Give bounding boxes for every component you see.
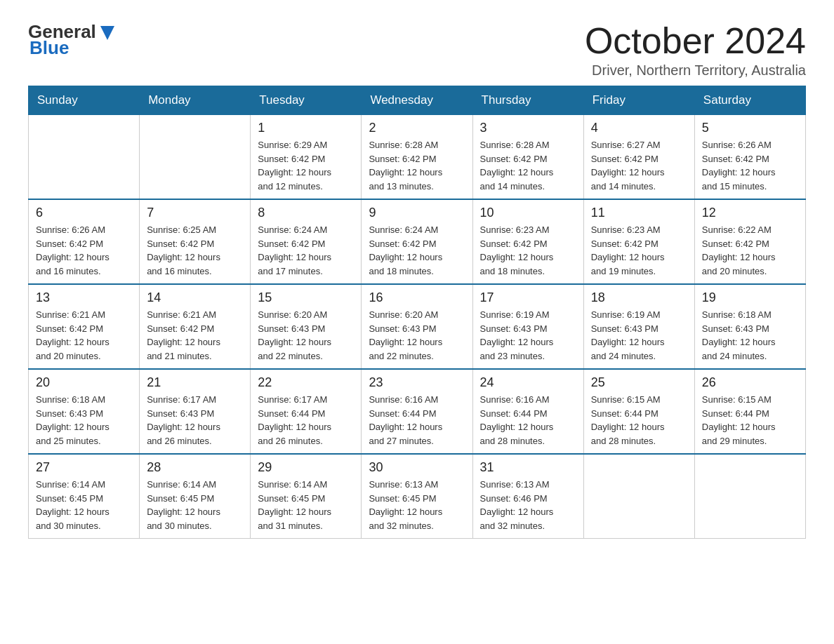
calendar-week-row: 1Sunrise: 6:29 AM Sunset: 6:42 PM Daylig… [29,115,806,200]
day-number: 17 [480,290,576,305]
day-info: Sunrise: 6:14 AM Sunset: 6:45 PM Dayligh… [258,478,354,532]
day-info: Sunrise: 6:17 AM Sunset: 6:44 PM Dayligh… [258,393,354,448]
day-number: 2 [369,121,465,135]
calendar-cell: 9Sunrise: 6:24 AM Sunset: 6:42 PM Daylig… [362,199,472,284]
calendar-cell: 11Sunrise: 6:23 AM Sunset: 6:42 PM Dayli… [583,199,694,284]
title-block: October 2024 Driver, Northern Territory,… [585,21,806,79]
day-number: 22 [258,375,354,390]
day-info: Sunrise: 6:24 AM Sunset: 6:42 PM Dayligh… [369,223,465,278]
day-number: 19 [702,290,798,305]
day-info: Sunrise: 6:26 AM Sunset: 6:42 PM Dayligh… [36,223,132,278]
calendar-cell: 27Sunrise: 6:14 AM Sunset: 6:45 PM Dayli… [29,454,140,539]
day-info: Sunrise: 6:22 AM Sunset: 6:42 PM Dayligh… [702,223,798,278]
calendar-cell [694,454,805,539]
calendar-cell: 24Sunrise: 6:16 AM Sunset: 6:44 PM Dayli… [472,369,583,454]
day-number: 7 [147,206,243,220]
day-number: 23 [369,375,465,390]
location-subtitle: Driver, Northern Territory, Australia [585,62,806,79]
weekday-header-sunday: Sunday [29,86,140,115]
day-number: 20 [36,375,132,390]
day-info: Sunrise: 6:15 AM Sunset: 6:44 PM Dayligh… [591,393,687,448]
calendar-table: SundayMondayTuesdayWednesdayThursdayFrid… [28,86,806,539]
calendar-cell: 30Sunrise: 6:13 AM Sunset: 6:45 PM Dayli… [362,454,472,539]
calendar-cell: 31Sunrise: 6:13 AM Sunset: 6:46 PM Dayli… [472,454,583,539]
calendar-cell: 6Sunrise: 6:26 AM Sunset: 6:42 PM Daylig… [29,199,140,284]
calendar-cell: 1Sunrise: 6:29 AM Sunset: 6:42 PM Daylig… [251,115,362,200]
calendar-cell: 13Sunrise: 6:21 AM Sunset: 6:42 PM Dayli… [29,284,140,369]
calendar-cell: 10Sunrise: 6:23 AM Sunset: 6:42 PM Dayli… [472,199,583,284]
day-info: Sunrise: 6:21 AM Sunset: 6:42 PM Dayligh… [36,308,132,363]
calendar-cell: 26Sunrise: 6:15 AM Sunset: 6:44 PM Dayli… [694,369,805,454]
day-number: 14 [147,290,243,305]
calendar-week-row: 6Sunrise: 6:26 AM Sunset: 6:42 PM Daylig… [29,199,806,284]
calendar-cell: 22Sunrise: 6:17 AM Sunset: 6:44 PM Dayli… [251,369,362,454]
day-info: Sunrise: 6:15 AM Sunset: 6:44 PM Dayligh… [702,393,798,448]
day-number: 11 [591,206,687,220]
weekday-header-friday: Friday [583,86,694,115]
day-info: Sunrise: 6:29 AM Sunset: 6:42 PM Dayligh… [258,138,354,193]
day-info: Sunrise: 6:28 AM Sunset: 6:42 PM Dayligh… [480,138,576,193]
page-header: General Blue October 2024 Driver, Northe… [28,21,806,79]
day-number: 3 [480,121,576,135]
day-info: Sunrise: 6:14 AM Sunset: 6:45 PM Dayligh… [36,478,132,532]
day-number: 28 [147,460,243,475]
logo: General Blue [28,21,117,59]
calendar-cell [29,115,140,200]
day-info: Sunrise: 6:17 AM Sunset: 6:43 PM Dayligh… [147,393,243,448]
day-number: 9 [369,206,465,220]
calendar-cell: 15Sunrise: 6:20 AM Sunset: 6:43 PM Dayli… [251,284,362,369]
calendar-week-row: 13Sunrise: 6:21 AM Sunset: 6:42 PM Dayli… [29,284,806,369]
day-info: Sunrise: 6:14 AM Sunset: 6:45 PM Dayligh… [147,478,243,532]
weekday-header-monday: Monday [140,86,251,115]
calendar-cell: 21Sunrise: 6:17 AM Sunset: 6:43 PM Dayli… [140,369,251,454]
day-number: 26 [702,375,798,390]
calendar-cell: 23Sunrise: 6:16 AM Sunset: 6:44 PM Dayli… [362,369,472,454]
day-number: 1 [258,121,354,135]
day-number: 8 [258,206,354,220]
day-info: Sunrise: 6:21 AM Sunset: 6:42 PM Dayligh… [147,308,243,363]
calendar-cell: 17Sunrise: 6:19 AM Sunset: 6:43 PM Dayli… [472,284,583,369]
calendar-cell: 18Sunrise: 6:19 AM Sunset: 6:43 PM Dayli… [583,284,694,369]
weekday-header-thursday: Thursday [472,86,583,115]
day-info: Sunrise: 6:26 AM Sunset: 6:42 PM Dayligh… [702,138,798,193]
calendar-cell: 4Sunrise: 6:27 AM Sunset: 6:42 PM Daylig… [583,115,694,200]
day-number: 5 [702,121,798,135]
calendar-cell: 7Sunrise: 6:25 AM Sunset: 6:42 PM Daylig… [140,199,251,284]
calendar-cell: 5Sunrise: 6:26 AM Sunset: 6:42 PM Daylig… [694,115,805,200]
calendar-cell: 16Sunrise: 6:20 AM Sunset: 6:43 PM Dayli… [362,284,472,369]
month-title: October 2024 [585,21,806,61]
day-info: Sunrise: 6:27 AM Sunset: 6:42 PM Dayligh… [591,138,687,193]
day-info: Sunrise: 6:23 AM Sunset: 6:42 PM Dayligh… [591,223,687,278]
calendar-cell: 8Sunrise: 6:24 AM Sunset: 6:42 PM Daylig… [251,199,362,284]
day-number: 16 [369,290,465,305]
svg-marker-0 [100,26,114,40]
day-info: Sunrise: 6:19 AM Sunset: 6:43 PM Dayligh… [480,308,576,363]
day-number: 4 [591,121,687,135]
day-number: 29 [258,460,354,475]
day-number: 15 [258,290,354,305]
weekday-header-tuesday: Tuesday [251,86,362,115]
day-info: Sunrise: 6:25 AM Sunset: 6:42 PM Dayligh… [147,223,243,278]
day-number: 21 [147,375,243,390]
day-info: Sunrise: 6:18 AM Sunset: 6:43 PM Dayligh… [36,393,132,448]
day-number: 13 [36,290,132,305]
weekday-header-wednesday: Wednesday [362,86,472,115]
calendar-cell: 19Sunrise: 6:18 AM Sunset: 6:43 PM Dayli… [694,284,805,369]
day-info: Sunrise: 6:28 AM Sunset: 6:42 PM Dayligh… [369,138,465,193]
weekday-header-saturday: Saturday [694,86,805,115]
day-number: 24 [480,375,576,390]
calendar-week-row: 20Sunrise: 6:18 AM Sunset: 6:43 PM Dayli… [29,369,806,454]
day-info: Sunrise: 6:20 AM Sunset: 6:43 PM Dayligh… [369,308,465,363]
day-number: 31 [480,460,576,475]
logo-blue-text: Blue [29,37,69,59]
calendar-cell [140,115,251,200]
day-number: 25 [591,375,687,390]
weekday-header-row: SundayMondayTuesdayWednesdayThursdayFrid… [29,86,806,115]
day-number: 6 [36,206,132,220]
calendar-cell [583,454,694,539]
day-info: Sunrise: 6:16 AM Sunset: 6:44 PM Dayligh… [480,393,576,448]
day-number: 10 [480,206,576,220]
calendar-week-row: 27Sunrise: 6:14 AM Sunset: 6:45 PM Dayli… [29,454,806,539]
calendar-cell: 20Sunrise: 6:18 AM Sunset: 6:43 PM Dayli… [29,369,140,454]
day-number: 12 [702,206,798,220]
